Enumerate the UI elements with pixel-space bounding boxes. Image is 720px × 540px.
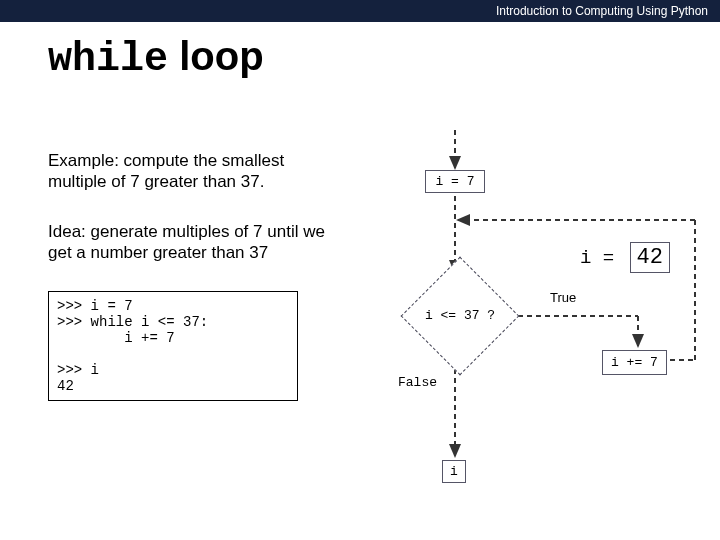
true-label: True — [550, 290, 576, 305]
code-block: >>> i = 7 >>> while i <= 37: i += 7 >>> … — [48, 291, 298, 401]
header-bar: Introduction to Computing Using Python — [0, 0, 720, 22]
false-label: False — [398, 375, 437, 390]
state-display: i = 42 — [580, 242, 670, 273]
page-title: while loop — [0, 22, 720, 82]
idea-text: Idea: generate multiples of 7 until we g… — [48, 221, 338, 264]
title-keyword: while — [48, 37, 168, 82]
state-prefix: i = — [580, 247, 626, 269]
flow-decision: i <= 37 ? — [400, 276, 520, 356]
flow-end-box: i — [442, 460, 466, 483]
flow-cond-text: i <= 37 ? — [400, 308, 520, 323]
flowchart: i = 7 i <= 37 ? True False i += 7 i = 42… — [370, 130, 710, 530]
title-rest: loop — [168, 34, 264, 78]
flow-init-box: i = 7 — [425, 170, 485, 193]
flow-inc-box: i += 7 — [602, 350, 667, 375]
state-value: 42 — [630, 242, 670, 273]
header-text: Introduction to Computing Using Python — [496, 4, 708, 18]
example-text: Example: compute the smallest multiple o… — [48, 150, 338, 193]
left-column: Example: compute the smallest multiple o… — [48, 150, 338, 401]
